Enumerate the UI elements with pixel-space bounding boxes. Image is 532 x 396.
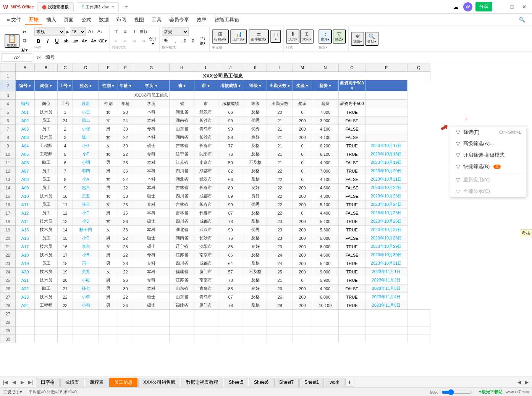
empty-cell[interactable]	[312, 335, 339, 343]
empty-cell[interactable]	[312, 310, 339, 318]
data-cell[interactable]: 8,000	[312, 242, 339, 251]
data-cell[interactable]: 77	[217, 142, 244, 150]
align-top[interactable]: ⊤	[112, 27, 120, 36]
align-right[interactable]: ≡	[130, 37, 139, 45]
data-cell[interactable]: 4,600	[312, 184, 339, 192]
data-cell[interactable]: 2023年10月26日	[365, 217, 407, 226]
data-cell[interactable]: 5,900	[312, 276, 339, 284]
data-cell[interactable]: 王五	[73, 192, 99, 200]
data-cell[interactable]: 及格	[244, 301, 267, 310]
empty-cell[interactable]	[35, 318, 58, 326]
empty-cell[interactable]	[58, 310, 73, 318]
data-cell[interactable]: 7	[58, 167, 73, 175]
data-cell[interactable]: TRUE	[339, 200, 365, 209]
data-cell[interactable]: 及格	[244, 251, 267, 259]
show-all-item[interactable]: ▽ 全部显示(C)	[450, 186, 526, 197]
empty-cell[interactable]	[16, 318, 35, 326]
data-cell[interactable]: 21	[267, 158, 293, 167]
data-cell[interactable]: 女	[99, 150, 118, 158]
data-cell[interactable]: 0	[293, 108, 312, 116]
data-cell[interactable]: 青岛市	[194, 284, 217, 293]
data-cell[interactable]	[35, 91, 58, 100]
data-cell[interactable]: 0	[293, 175, 312, 184]
data-cell[interactable]: A20	[16, 268, 35, 276]
data-cell[interactable]	[365, 100, 407, 108]
data-cell[interactable]: 吉林省	[170, 209, 194, 217]
empty-cell[interactable]	[16, 326, 35, 335]
header-cell[interactable]: 学历 ▾	[133, 80, 170, 91]
data-cell[interactable]: 薪资高于500	[339, 100, 365, 108]
data-cell[interactable]: 及格	[244, 259, 267, 268]
data-cell[interactable]: 员工	[35, 259, 58, 268]
data-cell[interactable]: 本科	[133, 209, 170, 217]
data-cell[interactable]: 男	[99, 251, 118, 259]
data-cell[interactable]: 36	[118, 301, 133, 310]
tab-file[interactable]: ≡ 文件	[3, 15, 25, 25]
data-cell[interactable]: 员工	[35, 167, 58, 175]
data-cell[interactable]: 200	[293, 133, 312, 142]
data-cell[interactable]: FALSE	[339, 209, 365, 217]
empty-cell[interactable]	[407, 335, 430, 343]
data-cell[interactable]: 6,000	[312, 293, 339, 301]
font-size-inc[interactable]: A↑	[87, 27, 95, 36]
empty-cell[interactable]	[73, 335, 99, 343]
wrap-text[interactable]: 换行	[139, 27, 148, 36]
header-cell[interactable]: 出勤天数 ▾	[267, 80, 293, 91]
col-I[interactable]: I	[194, 63, 217, 72]
data-cell[interactable]: 陈一	[73, 133, 99, 142]
data-cell[interactable]: 80	[217, 184, 244, 192]
empty-cell[interactable]	[339, 318, 365, 326]
data-cell[interactable]: FALSE	[339, 158, 365, 167]
data-cell[interactable]: 良好	[244, 133, 267, 142]
data-cell[interactable]: 男	[99, 259, 118, 268]
share-button[interactable]: 分享	[475, 2, 492, 11]
data-cell[interactable]: 技术员	[35, 217, 58, 226]
tab-efficiency[interactable]: 效率	[193, 15, 210, 25]
data-cell[interactable]: 7,800	[312, 108, 339, 116]
data-cell[interactable]	[365, 108, 407, 116]
header-cell[interactable]	[365, 80, 407, 91]
col-M[interactable]: M	[293, 63, 312, 72]
maximize-button[interactable]: □	[508, 2, 517, 11]
data-cell[interactable]: 2023年10月18日	[365, 150, 407, 158]
data-cell[interactable]: 长春市	[194, 184, 217, 192]
data-cell[interactable]: 5,300	[312, 226, 339, 234]
data-cell[interactable]: A16	[16, 234, 35, 242]
data-cell[interactable]: 及格	[244, 209, 267, 217]
align-center[interactable]: ≡	[121, 37, 129, 45]
data-cell[interactable]: 青岛市	[194, 293, 217, 301]
erase-button[interactable]: ⌫▾	[99, 37, 107, 45]
data-cell[interactable]: 四川省	[170, 259, 194, 268]
data-cell[interactable]: 男	[99, 125, 118, 133]
data-cell[interactable]: 26	[267, 284, 293, 293]
col-N[interactable]: N	[312, 63, 339, 72]
empty-cell[interactable]	[194, 335, 217, 343]
data-cell[interactable]: 28	[118, 158, 133, 167]
data-cell[interactable]: 男	[99, 158, 118, 167]
data-cell[interactable]: 200	[293, 226, 312, 234]
col-C[interactable]: C	[58, 63, 73, 72]
data-cell[interactable]: 及格	[244, 167, 267, 175]
empty-cell[interactable]	[365, 310, 407, 318]
data-cell[interactable]: 良好	[244, 242, 267, 251]
empty-cell[interactable]	[133, 335, 170, 343]
tab-review[interactable]: 审阅	[113, 15, 130, 25]
data-cell[interactable]: 28	[118, 259, 133, 268]
data-cell[interactable]: 6	[58, 158, 73, 167]
empty-cell[interactable]	[365, 335, 407, 343]
data-cell[interactable]	[312, 91, 339, 100]
data-cell[interactable]: 员工	[35, 234, 58, 242]
data-cell[interactable]: 24	[118, 116, 133, 125]
data-cell[interactable]: 22	[118, 150, 133, 158]
data-cell[interactable]: TRUE	[339, 293, 365, 301]
sheet-tab-sheet5[interactable]: Sheet5	[224, 378, 248, 387]
data-cell[interactable]: 及格	[244, 276, 267, 284]
data-cell[interactable]: 21	[267, 276, 293, 284]
data-cell[interactable]: 吉林省	[170, 184, 194, 192]
data-cell[interactable]: 13	[58, 217, 73, 226]
data-cell[interactable]: FALSE	[339, 133, 365, 142]
data-cell[interactable]: A14	[16, 217, 35, 226]
data-cell[interactable]: 99	[217, 116, 244, 125]
data-cell[interactable]: 21	[267, 142, 293, 150]
data-cell[interactable]: 女	[99, 192, 118, 200]
